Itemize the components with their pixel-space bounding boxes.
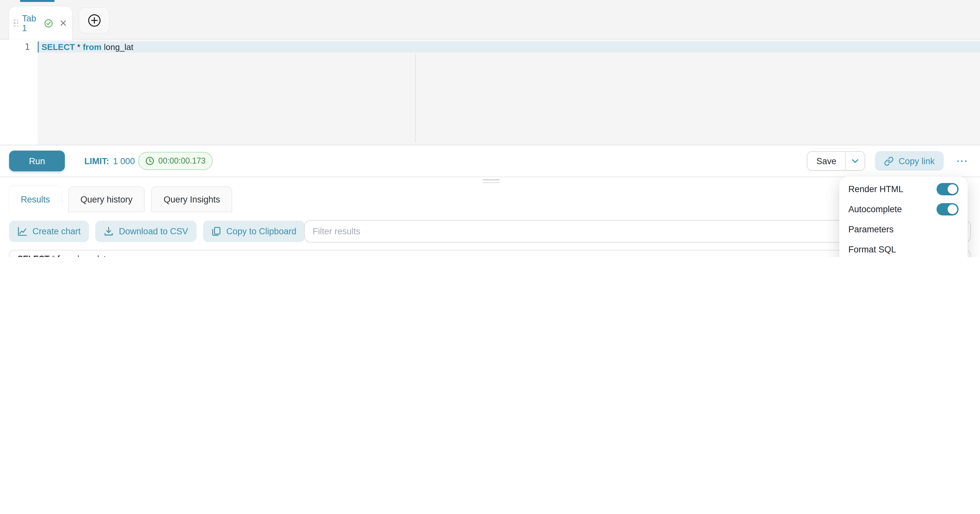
tab-title: Tab 1 [22, 13, 40, 33]
chevron-down-icon [852, 159, 859, 163]
menu-item-label: Format SQL [848, 245, 896, 254]
sql-editor[interactable]: 1 SELECT * from long_lat [0, 40, 980, 145]
options-menu: Render HTMLAutocompleteParametersFormat … [839, 177, 968, 257]
add-tab-button[interactable] [78, 7, 110, 34]
line-number: 1 [25, 42, 30, 52]
tab-query-history[interactable]: Query history [68, 186, 145, 212]
timer-value: 00:00:00.173 [158, 156, 205, 166]
create-chart-button[interactable]: Create chart [9, 221, 89, 242]
download-icon [104, 227, 114, 236]
sql-code-line[interactable]: SELECT * from long_lat [41, 42, 133, 52]
copy-link-label: Copy link [899, 156, 935, 166]
plus-circle-icon [87, 14, 101, 27]
download-csv-button[interactable]: Download to CSV [95, 221, 197, 242]
save-options-button[interactable] [845, 152, 865, 170]
more-options-button[interactable]: ⋯ [953, 158, 971, 164]
check-circle-icon [44, 18, 53, 28]
active-line-highlight [38, 42, 980, 53]
active-tab-indicator [20, 0, 54, 2]
menu-item-autocomplete[interactable]: Autocomplete [843, 199, 964, 219]
editor-divider [415, 53, 416, 143]
save-button[interactable]: Save [807, 152, 845, 170]
run-bar: Run LIMIT: 1 000 00:00:00.173 Save [0, 145, 980, 177]
tab-results[interactable]: Results [9, 186, 62, 212]
editor-tab-bar: Tab 1 [0, 0, 980, 40]
toggle-switch-on[interactable] [937, 203, 959, 215]
save-split-button: Save [807, 151, 865, 171]
tab-query-insights[interactable]: Query Insights [151, 186, 232, 212]
copy-clipboard-button[interactable]: Copy to Clipboard [203, 221, 305, 242]
clipboard-icon [212, 227, 221, 236]
close-tab-icon[interactable] [60, 19, 67, 27]
menu-item-label: Parameters [848, 225, 894, 234]
toggle-switch-on[interactable] [937, 183, 959, 195]
run-button[interactable]: Run [9, 150, 65, 171]
link-icon [885, 156, 894, 166]
drag-handle-icon[interactable] [14, 19, 18, 27]
copy-link-button[interactable]: Copy link [875, 151, 944, 171]
tab-1[interactable]: Tab 1 [9, 6, 72, 40]
menu-item-parameters[interactable]: Parameters [843, 219, 964, 239]
query-timer-badge: 00:00:00.173 [138, 152, 213, 170]
menu-item-label: Autocomplete [848, 204, 902, 214]
menu-item-format-sql[interactable]: Format SQL [843, 239, 964, 257]
chart-icon [18, 227, 27, 236]
limit-label: LIMIT: [84, 156, 109, 166]
limit-value: 1 000 [113, 156, 135, 166]
executed-query-bar: SELECT * from long_lat [9, 250, 971, 257]
toggle-knob [948, 204, 957, 214]
results-toolbar: Create chart Download to CSV Copy to Cli… [9, 221, 305, 243]
menu-item-label: Render HTML [848, 184, 904, 194]
editor-gutter: 1 [0, 40, 38, 145]
menu-item-render-html[interactable]: Render HTML [843, 179, 964, 199]
panel-divider [0, 177, 980, 177]
results-tab-bar: Results Query history Query Insights [9, 186, 232, 212]
toggle-knob [948, 184, 957, 194]
resize-handle[interactable] [482, 179, 500, 185]
text-cursor [38, 42, 39, 53]
sql-workspace: Tab 1 1 SELECT * from long_lat Run [0, 0, 980, 257]
clock-icon [145, 156, 154, 166]
